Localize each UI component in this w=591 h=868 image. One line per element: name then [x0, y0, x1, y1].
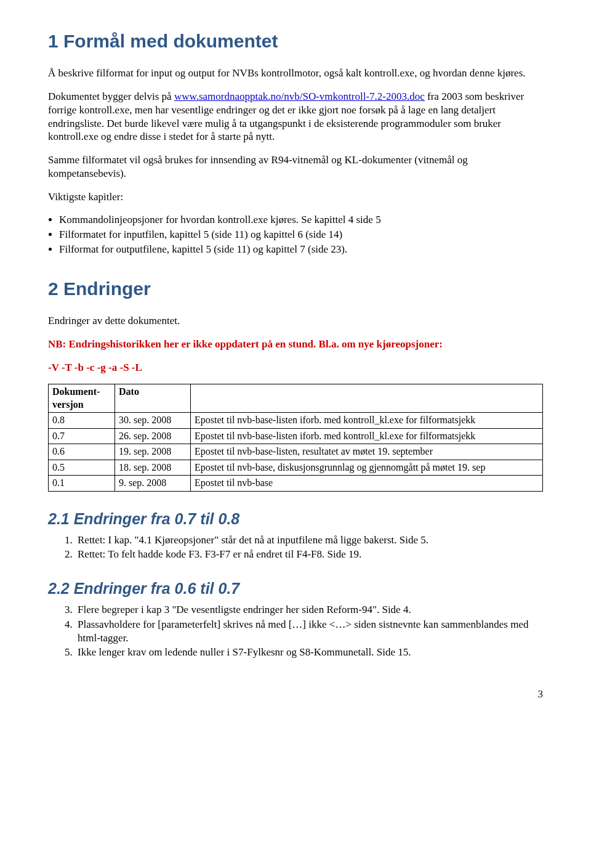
- s1-paragraph-3: Samme filformatet vil også brukes for in…: [48, 153, 543, 180]
- table-cell: 30. sep. 2008: [115, 413, 191, 428]
- table-cell: 0.1: [49, 476, 115, 491]
- list-item: Rettet: I kap. "4.1 Kjøreopsjoner" står …: [75, 533, 543, 547]
- s1-paragraph-4: Viktigste kapitler:: [48, 190, 543, 204]
- table-cell: 19. sep. 2008: [115, 444, 191, 460]
- list-item: Kommandolinjeopsjoner for hvordan kontro…: [59, 213, 543, 227]
- table-cell: 18. sep. 2008: [115, 460, 191, 475]
- list-item: Ikke lenger krav om ledende nuller i S7-…: [75, 646, 543, 659]
- section-2-2-heading: 2.2 Endringer fra 0.6 til 0.7: [48, 578, 543, 598]
- s2-nb-note: NB: Endringshistorikken her er ikke oppd…: [48, 338, 543, 351]
- section-1-heading: 1 Formål med dokumentet: [48, 30, 543, 53]
- table-cell: 0.8: [49, 413, 115, 428]
- list-item: Plassavholdere for [parameterfelt] skriv…: [75, 618, 543, 645]
- list-item: Flere begreper i kap 3 "De vesentligste …: [75, 603, 543, 617]
- table-cell: 9. sep. 2008: [115, 476, 191, 491]
- page-number: 3: [48, 688, 543, 701]
- section-2-heading: 2 Endringer: [48, 277, 543, 301]
- table-cell: Epostet til nvb-base, diskusjonsgrunnlag…: [191, 460, 543, 475]
- table-cell: Epostet til nvb-base: [191, 476, 543, 491]
- table-row: 0.6 19. sep. 2008 Epostet til nvb-base-l…: [49, 444, 543, 460]
- table-cell: 0.6: [49, 444, 115, 460]
- s22-list: Flere begreper i kap 3 "De vesentligste …: [48, 603, 543, 659]
- s2-flags: -V -T -b -c -g -a -S -L: [48, 361, 543, 375]
- list-item: Filformatet for inputfilen, kapittel 5 (…: [59, 228, 543, 241]
- table-cell: Epostet til nvb-base-listen, resultatet …: [191, 444, 543, 460]
- table-header: [191, 384, 543, 413]
- s1-bullet-list: Kommandolinjeopsjoner for hvordan kontro…: [48, 213, 543, 256]
- list-item: Filformat for outputfilene, kapittel 5 (…: [59, 243, 543, 256]
- table-header-row: Dokument-versjon Dato: [49, 384, 543, 413]
- table-cell: Epostet til nvb-base-listen iforb. med k…: [191, 428, 543, 444]
- s1-p2-text-a: Dokumentet bygger delvis på: [48, 91, 174, 102]
- s21-list: Rettet: I kap. "4.1 Kjøreopsjoner" står …: [48, 533, 543, 562]
- table-row: 0.7 26. sep. 2008 Epostet til nvb-base-l…: [49, 428, 543, 444]
- table-header: Dato: [115, 384, 191, 413]
- changes-table: Dokument-versjon Dato 0.8 30. sep. 2008 …: [48, 384, 543, 491]
- section-2-1-heading: 2.1 Endringer fra 0.7 til 0.8: [48, 509, 543, 529]
- table-row: 0.1 9. sep. 2008 Epostet til nvb-base: [49, 476, 543, 491]
- list-item: Rettet: To felt hadde kode F3. F3-F7 er …: [75, 548, 543, 561]
- table-row: 0.8 30. sep. 2008 Epostet til nvb-base-l…: [49, 413, 543, 428]
- table-cell: 0.7: [49, 428, 115, 444]
- table-row: 0.5 18. sep. 2008 Epostet til nvb-base, …: [49, 460, 543, 475]
- table-cell: 26. sep. 2008: [115, 428, 191, 444]
- table-header: Dokument-versjon: [49, 384, 115, 413]
- s1-paragraph-2: Dokumentet bygger delvis på www.samordna…: [48, 90, 543, 144]
- doc-link[interactable]: www.samordnaopptak.no/nvb/SO-vmkontroll-…: [174, 91, 425, 102]
- s1-paragraph-1: Å beskrive filformat for input og output…: [48, 67, 543, 80]
- table-cell: 0.5: [49, 460, 115, 475]
- table-cell: Epostet til nvb-base-listen iforb. med k…: [191, 413, 543, 428]
- s2-paragraph-1: Endringer av dette dokumentet.: [48, 314, 543, 328]
